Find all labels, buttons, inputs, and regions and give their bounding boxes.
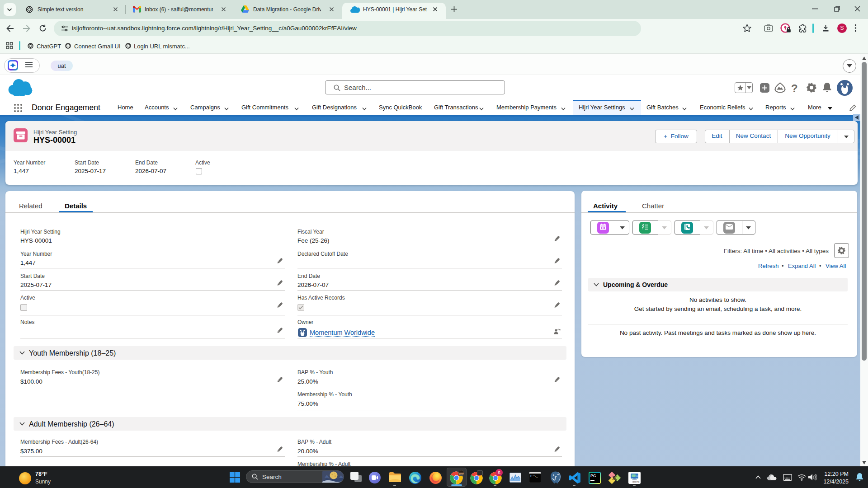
svg-text:GO: GO [636,475,639,477]
